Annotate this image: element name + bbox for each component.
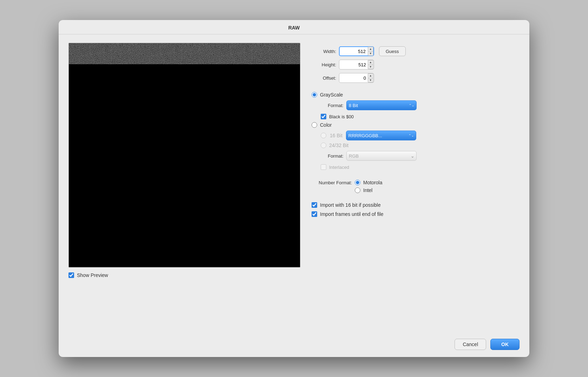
grayscale-label: GrayScale — [320, 92, 343, 98]
24bit-label: 24/32 Bit — [329, 143, 348, 148]
offset-step-down[interactable] — [368, 78, 373, 82]
height-step-down[interactable] — [368, 65, 373, 69]
controls-area: Width: Guess Height: — [312, 43, 520, 332]
intel-radio[interactable] — [355, 187, 360, 193]
height-row: Height: — [312, 60, 520, 70]
import-frames-row: Import frames until end of file — [312, 211, 520, 217]
16bit-label: 16 Bit — [330, 133, 342, 138]
preview-area: Show Preview — [68, 43, 300, 332]
format-row: Format: 8 Bit 16 Bit — [321, 100, 520, 110]
color-format-select[interactable]: RRRRGGGBB... — [346, 131, 416, 140]
color-options: 16 Bit RRRRGGGBB... 24/32 Bit Format: — [312, 131, 520, 173]
rgb-format-wrapper: RGB — [346, 151, 417, 161]
import-frames-checkbox[interactable] — [312, 211, 317, 217]
dialog-body: Show Preview Width: Guess Height: — [59, 34, 529, 339]
format-label: Format: — [321, 103, 344, 108]
show-preview-checkbox[interactable] — [68, 272, 74, 278]
show-preview-label: Show Preview — [77, 272, 108, 278]
black-is-row: Black is $00 — [321, 114, 520, 119]
number-format-label: Number Format: — [312, 180, 352, 185]
16bit-radio[interactable] — [321, 133, 326, 138]
interlaced-row: Interlaced — [321, 164, 520, 170]
color-label: Color — [320, 122, 332, 128]
interlaced-label: Interlaced — [329, 165, 349, 170]
color-radio[interactable] — [312, 122, 317, 128]
width-step-up[interactable] — [368, 47, 373, 51]
width-step-down[interactable] — [368, 51, 373, 56]
width-row: Width: Guess — [312, 46, 520, 56]
interlaced-checkbox[interactable] — [321, 164, 326, 170]
height-label: Height: — [312, 62, 336, 67]
preview-canvas — [68, 43, 300, 267]
rgb-select[interactable]: RGB — [346, 151, 417, 161]
ok-button[interactable]: OK — [490, 339, 520, 350]
cancel-button[interactable]: Cancel — [455, 339, 486, 350]
import-frames-label: Import frames until end of file — [320, 211, 384, 217]
import16-checkbox[interactable] — [312, 202, 317, 208]
offset-input-wrapper — [339, 73, 374, 83]
import16-row: Import with 16 bit if possible — [312, 202, 520, 208]
color-format-row: Format: RGB — [321, 151, 520, 161]
height-step-up[interactable] — [368, 60, 373, 65]
black-is-label: Black is $00 — [329, 114, 354, 119]
height-stepper — [368, 60, 373, 69]
width-input-wrapper — [339, 46, 374, 56]
intel-label: Intel — [363, 187, 372, 193]
color-format-label: Format: — [321, 153, 344, 159]
width-stepper — [368, 47, 373, 56]
raw-dialog: RAW Show Preview Width: — [59, 20, 529, 357]
black-is-checkbox[interactable] — [321, 114, 326, 119]
import16-label: Import with 16 bit if possible — [320, 202, 381, 208]
color-16bit-row: 16 Bit RRRRGGGBB... — [321, 131, 520, 140]
color-format-wrapper: RRRRGGGBB... — [346, 131, 416, 140]
noise-texture — [69, 43, 300, 64]
offset-label: Offset: — [312, 75, 336, 81]
grayscale-format-select[interactable]: 8 Bit 16 Bit — [346, 100, 417, 110]
height-input-wrapper — [339, 60, 374, 70]
number-format-motorola-row: Number Format: Motorola — [312, 180, 520, 185]
guess-button[interactable]: Guess — [379, 46, 406, 56]
color-row: Color — [312, 122, 520, 128]
offset-stepper — [368, 73, 373, 82]
offset-row: Offset: — [312, 73, 520, 83]
title-text: RAW — [288, 25, 300, 31]
motorola-label: Motorola — [363, 180, 382, 185]
dialog-footer: Cancel OK — [59, 339, 529, 357]
grayscale-format-wrapper: 8 Bit 16 Bit — [346, 100, 417, 110]
width-label: Width: — [312, 49, 336, 54]
number-format-intel-row: Intel — [312, 187, 520, 193]
offset-step-up[interactable] — [368, 73, 373, 78]
color-24bit-row: 24/32 Bit — [321, 143, 520, 148]
grayscale-radio[interactable] — [312, 92, 317, 98]
show-preview-row: Show Preview — [68, 272, 300, 278]
dialog-title: RAW — [59, 20, 529, 34]
24bit-radio[interactable] — [321, 143, 326, 148]
grayscale-options: Format: 8 Bit 16 Bit Black is $00 — [312, 100, 520, 122]
grayscale-row: GrayScale — [312, 92, 520, 98]
motorola-radio[interactable] — [355, 180, 360, 185]
